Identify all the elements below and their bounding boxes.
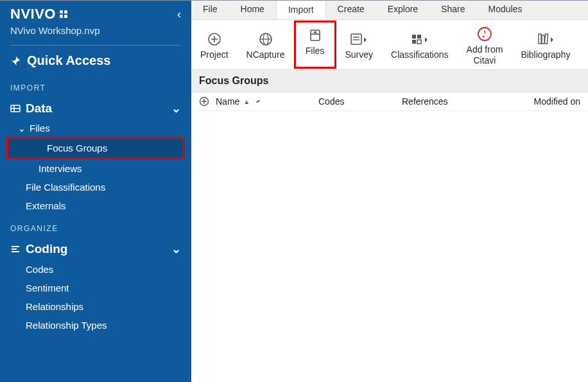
tree-item-data[interactable]: Data ⌄ <box>0 98 191 119</box>
quick-access-link[interactable]: Quick Access <box>0 46 191 74</box>
main-panel: File Home Import Create Explore Share Mo… <box>191 1 588 382</box>
tree-item-label: Externals <box>26 200 66 211</box>
ribbon-label: Survey <box>345 49 374 60</box>
tree-item-files[interactable]: ⌄ Files <box>0 119 191 137</box>
ribbon-files-button[interactable]: Files <box>296 22 334 58</box>
tree-item-label: Coding <box>26 242 67 256</box>
menu-label: File <box>203 4 218 14</box>
sidebar: NVIVO ‹ NVivo Workshop.nvp Quick Access … <box>0 1 191 382</box>
svg-rect-23 <box>542 35 544 44</box>
ribbon-project-button[interactable]: Project <box>191 20 238 69</box>
highlight-ribbon-files: Files <box>294 21 336 69</box>
chevron-down-icon: ⌄ <box>18 124 26 133</box>
data-icon <box>10 103 21 114</box>
tree-item-label: Data <box>26 101 52 116</box>
ribbon-add-from-citavi-button[interactable]: Add from Citavi <box>458 20 512 69</box>
svg-rect-24 <box>544 34 548 44</box>
citavi-icon <box>477 25 492 43</box>
tree-item-coding[interactable]: Coding ⌄ <box>0 238 191 260</box>
column-label: References <box>402 96 448 107</box>
svg-rect-22 <box>539 34 541 44</box>
column-label: Name <box>216 96 239 107</box>
menu-label: Share <box>441 4 465 14</box>
project-file-name: NVivo Workshop.nvp <box>0 25 191 45</box>
ribbon-bibliography-button[interactable]: Bibliography <box>512 20 579 69</box>
tree-item-label: Sentiment <box>26 282 69 293</box>
collapse-sidebar-button[interactable]: ‹ <box>177 8 181 20</box>
organize-section-label: ORGANIZE <box>0 215 191 238</box>
link-icon <box>254 97 263 106</box>
tree-item-label: Interviews <box>39 163 82 174</box>
tree-item-label: Codes <box>26 264 53 275</box>
ribbon-label: Classifications <box>391 49 448 60</box>
column-header-references[interactable]: References <box>402 96 517 107</box>
ribbon-label: Files <box>306 46 325 56</box>
ribbon-ncapture-button[interactable]: NCapture <box>238 20 294 69</box>
ribbon-label-line: Citavi <box>473 55 496 65</box>
menu-explore[interactable]: Explore <box>376 1 429 19</box>
menu-file[interactable]: File <box>191 1 229 19</box>
menu-label: Explore <box>388 4 418 14</box>
coding-icon <box>10 244 21 254</box>
pin-icon <box>10 56 21 66</box>
ribbon-label: Project <box>200 49 229 60</box>
column-header-row: Name ▲ Codes References Modified on <box>191 92 588 111</box>
menu-modules[interactable]: Modules <box>476 1 533 19</box>
project-icon <box>207 30 221 48</box>
content-title: Focus Groups <box>191 70 588 92</box>
tree-item-externals[interactable]: Externals <box>0 196 191 215</box>
globe-icon <box>259 30 273 48</box>
svg-point-21 <box>483 36 485 38</box>
app-logo-text: NVIVO <box>10 6 56 22</box>
tree-item-label: Relationship Types <box>26 320 107 331</box>
tree-item-label: Focus Groups <box>47 143 107 153</box>
menu-home[interactable]: Home <box>229 1 276 19</box>
ribbon-classifications-button[interactable]: Classifications <box>382 20 457 69</box>
svg-point-20 <box>478 28 491 40</box>
ribbon: Project NCapture Files Survey <box>191 20 588 70</box>
highlight-focus-groups: Focus Groups <box>6 137 185 159</box>
tree-item-codes[interactable]: Codes <box>0 260 191 279</box>
svg-rect-19 <box>417 40 421 44</box>
tree-item-interviews[interactable]: Interviews <box>0 159 191 178</box>
logo-dots-icon <box>60 10 67 18</box>
svg-rect-16 <box>412 35 416 39</box>
ribbon-survey-button[interactable]: Survey <box>336 20 383 69</box>
column-label: Codes <box>318 96 344 107</box>
ribbon-label: NCapture <box>246 49 285 60</box>
quick-access-label: Quick Access <box>27 53 110 68</box>
menu-label: Modules <box>488 4 522 14</box>
chevron-down-icon: ⌄ <box>171 103 181 114</box>
menubar: File Home Import Create Explore Share Mo… <box>191 1 588 20</box>
tree-item-relationships[interactable]: Relationships <box>0 297 191 316</box>
menu-label: Import <box>288 4 314 15</box>
menu-create[interactable]: Create <box>326 1 376 19</box>
classifications-icon <box>411 30 429 48</box>
tree-item-focus-groups[interactable]: Focus Groups <box>8 139 183 157</box>
menu-import[interactable]: Import <box>276 0 326 19</box>
svg-rect-17 <box>417 35 421 39</box>
menu-share[interactable]: Share <box>429 1 476 19</box>
tree-item-label: File Classifications <box>26 182 105 193</box>
tree-item-file-classifications[interactable]: File Classifications <box>0 178 191 196</box>
menu-label: Home <box>241 4 264 14</box>
chevron-down-icon: ⌄ <box>171 243 181 255</box>
add-item-button[interactable] <box>199 96 209 107</box>
column-header-modified-on[interactable]: Modified on <box>534 96 580 107</box>
tree-item-relationship-types[interactable]: Relationship Types <box>0 316 191 334</box>
column-header-codes[interactable]: Codes <box>318 96 395 107</box>
svg-rect-12 <box>314 31 316 33</box>
ribbon-label: Bibliography <box>521 49 570 60</box>
svg-rect-13 <box>351 34 361 44</box>
menu-label: Create <box>338 4 365 14</box>
sort-asc-icon: ▲ <box>243 98 250 105</box>
ribbon-label: Add from Citavi <box>467 44 503 65</box>
files-icon <box>308 26 322 44</box>
svg-rect-18 <box>412 40 416 44</box>
import-section-label: IMPORT <box>0 74 191 98</box>
column-header-name[interactable]: Name ▲ <box>216 96 312 107</box>
app-logo: NVIVO <box>10 6 67 22</box>
tree-item-sentiment[interactable]: Sentiment <box>0 279 191 297</box>
ribbon-label-line: Add from <box>467 44 503 55</box>
survey-icon <box>350 30 368 48</box>
